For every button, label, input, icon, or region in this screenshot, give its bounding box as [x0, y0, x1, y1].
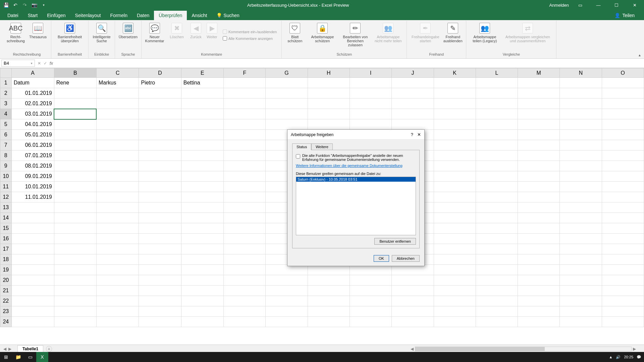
cell[interactable]	[434, 130, 476, 140]
cell[interactable]	[54, 317, 96, 327]
cell[interactable]	[11, 202, 54, 213]
excel-taskbar-icon[interactable]: X	[36, 352, 48, 362]
share-legacy-button[interactable]: 👥Arbeitsmappe teilen (Legacy)	[470, 22, 500, 51]
row-header[interactable]: 17	[0, 244, 12, 254]
cell[interactable]	[139, 234, 181, 244]
tab-layout[interactable]: Seitenlayout	[70, 11, 106, 20]
tab-review[interactable]: Überprüfen	[154, 11, 187, 20]
cell[interactable]	[560, 161, 602, 171]
cell[interactable]	[96, 223, 139, 234]
cell[interactable]	[224, 234, 266, 244]
cell[interactable]	[266, 88, 308, 99]
cell[interactable]	[518, 99, 560, 109]
allow-edit-button[interactable]: ✏Bearbeiten von Bereichen zulassen	[340, 22, 370, 51]
cell[interactable]	[54, 213, 96, 223]
cell[interactable]	[392, 78, 434, 88]
cell[interactable]	[560, 109, 602, 119]
column-header[interactable]: N	[560, 68, 602, 78]
cell[interactable]	[308, 317, 350, 327]
row-header[interactable]: 2	[0, 88, 12, 99]
cell[interactable]	[560, 171, 602, 182]
cell[interactable]	[560, 182, 602, 192]
cell[interactable]: 10.01.2019	[11, 182, 54, 192]
cell[interactable]	[139, 88, 181, 99]
select-all-corner[interactable]	[0, 68, 12, 78]
cell[interactable]	[476, 244, 518, 254]
cell[interactable]	[602, 306, 644, 317]
cell[interactable]	[602, 78, 644, 88]
smart-lookup-button[interactable]: 🔍Intelligente Suche	[92, 22, 111, 51]
camera-icon[interactable]: 📷	[31, 2, 38, 8]
cell[interactable]	[54, 254, 96, 265]
cell[interactable]	[518, 306, 560, 317]
clock[interactable]: 20:25	[624, 355, 633, 359]
cell[interactable]	[54, 150, 96, 161]
cell[interactable]	[266, 275, 308, 286]
cell[interactable]	[350, 286, 391, 296]
cell[interactable]	[476, 119, 518, 130]
cell[interactable]	[602, 265, 644, 275]
cell[interactable]	[54, 171, 96, 182]
cell[interactable]	[392, 275, 434, 286]
cell[interactable]	[54, 140, 96, 150]
cell[interactable]	[181, 192, 223, 202]
cell[interactable]	[560, 296, 602, 306]
cell[interactable]	[392, 99, 434, 109]
cell[interactable]	[350, 275, 391, 286]
qat-dropdown-icon[interactable]: ▾	[40, 2, 47, 8]
cell[interactable]	[560, 317, 602, 327]
cell[interactable]	[602, 317, 644, 327]
legacy-share-option[interactable]: Die alte Funktion "Arbeitsmappenfreigabe…	[296, 154, 416, 162]
cell[interactable]	[560, 234, 602, 244]
cell[interactable]	[11, 213, 54, 223]
tab-formulas[interactable]: Formeln	[106, 11, 132, 20]
cell[interactable]	[224, 171, 266, 182]
column-header[interactable]: C	[96, 68, 139, 78]
new-comment-button[interactable]: 💬Neuer Kommentar	[145, 22, 164, 51]
cell[interactable]	[96, 171, 139, 182]
cell[interactable]	[602, 275, 644, 286]
cell[interactable]	[560, 140, 602, 150]
dialog-titlebar[interactable]: Arbeitsmappe freigeben ? ✕	[287, 130, 424, 140]
cell[interactable]	[139, 130, 181, 140]
cell[interactable]	[434, 192, 476, 202]
cell[interactable]	[96, 202, 139, 213]
cell[interactable]	[11, 275, 54, 286]
ok-button[interactable]: OK	[374, 255, 389, 262]
cell[interactable]	[476, 192, 518, 202]
row-header[interactable]: 16	[0, 234, 12, 244]
add-sheet-button[interactable]: +	[46, 346, 52, 352]
accessibility-button[interactable]: ♿Barrierefreiheit überprüfen	[55, 22, 85, 51]
cell[interactable]	[518, 78, 560, 88]
cell[interactable]	[139, 244, 181, 254]
cell[interactable]	[96, 254, 139, 265]
column-header[interactable]: I	[350, 68, 391, 78]
cell[interactable]	[602, 88, 644, 99]
cell[interactable]	[602, 192, 644, 202]
cell[interactable]	[434, 254, 476, 265]
cell[interactable]	[476, 317, 518, 327]
tab-file[interactable]: Datei	[3, 11, 23, 20]
cell[interactable]	[434, 150, 476, 161]
cell[interactable]	[602, 244, 644, 254]
cell[interactable]	[266, 296, 308, 306]
protect-workbook-button[interactable]: 🔒Arbeitsmappe schützen	[307, 22, 337, 51]
cell[interactable]	[602, 99, 644, 109]
cell[interactable]	[11, 223, 54, 234]
cell[interactable]	[181, 140, 223, 150]
cell[interactable]	[434, 296, 476, 306]
sign-in-link[interactable]: Anmelden	[549, 3, 569, 8]
share-button[interactable]: 👤 Teilen	[610, 11, 639, 20]
cell[interactable]	[266, 286, 308, 296]
cell[interactable]	[434, 119, 476, 130]
cell[interactable]	[224, 78, 266, 88]
cell[interactable]	[434, 317, 476, 327]
dialog-tab-status[interactable]: Status	[292, 143, 311, 150]
legacy-share-checkbox[interactable]	[296, 154, 300, 159]
cell[interactable]	[518, 275, 560, 286]
cell[interactable]	[96, 286, 139, 296]
cell[interactable]	[54, 99, 96, 109]
row-header[interactable]: 20	[0, 275, 12, 286]
cell[interactable]	[139, 140, 181, 150]
cell[interactable]	[392, 296, 434, 306]
